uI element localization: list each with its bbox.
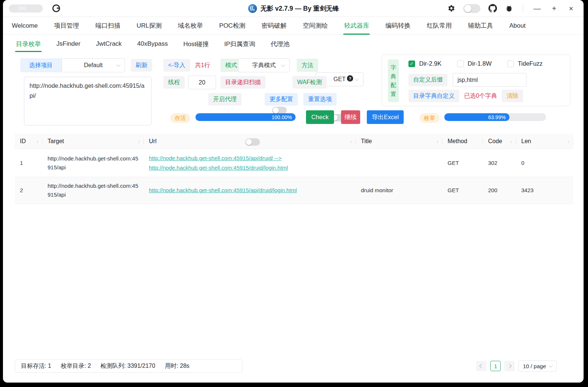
config-panel: 选择项目 Default 刷新 <-导入 共1行 模式 字典模式 方法 GET … bbox=[3, 53, 584, 132]
column-header-code[interactable]: Code bbox=[483, 134, 516, 149]
more-config-button[interactable]: 更多配置 bbox=[265, 93, 298, 106]
result-url-link[interactable]: http://node.hackhub.get-shell.com:45915/… bbox=[149, 186, 352, 195]
nav-tab-项目管理[interactable]: 项目管理 bbox=[46, 17, 87, 34]
checkbox-label: Dir-2.9K bbox=[419, 60, 442, 67]
sub-tab-Host碰撞[interactable]: Host碰撞 bbox=[175, 35, 216, 53]
recursive-scan-label: 目录递归扫描 bbox=[220, 76, 265, 89]
bug-report-icon[interactable] bbox=[505, 4, 513, 13]
sub-tab-代理池[interactable]: 代理池 bbox=[263, 35, 297, 53]
titlebar-progress-pill: 0% bbox=[9, 4, 43, 13]
results-table: IDTargetUrlTitleMethodCodeLen 1http://no… bbox=[15, 134, 573, 204]
column-label: Len bbox=[521, 138, 531, 145]
current-page-button[interactable]: 1 bbox=[490, 361, 501, 371]
column-header-len[interactable]: Len bbox=[516, 134, 573, 149]
sort-icon[interactable] bbox=[138, 138, 140, 144]
sub-tab-JwtCrack[interactable]: JwtCrack bbox=[88, 35, 129, 53]
next-page-button[interactable] bbox=[504, 361, 515, 371]
column-header-id[interactable]: ID bbox=[15, 134, 42, 149]
custom-suffix-label: 自定义后缀 bbox=[408, 74, 448, 86]
custom-dict-button[interactable]: 目录字典自定义 bbox=[408, 90, 459, 102]
column-header-target[interactable]: Target bbox=[42, 134, 144, 149]
status-segment: 用时: 28s bbox=[165, 362, 189, 370]
sort-icon[interactable] bbox=[510, 138, 513, 144]
nav-tab-Welcome[interactable]: Welcome bbox=[4, 17, 46, 34]
threads-input[interactable] bbox=[188, 76, 216, 89]
close-button[interactable]: × bbox=[567, 5, 575, 12]
cell-id: 1 bbox=[15, 154, 42, 172]
clear-dict-button[interactable]: 清除 bbox=[502, 90, 523, 102]
alive-badge: 存活 bbox=[170, 113, 190, 123]
target-input[interactable] bbox=[24, 77, 152, 125]
sub-tab-IP归属查询[interactable]: IP归属查询 bbox=[216, 35, 263, 53]
refresh-button[interactable]: 刷新 bbox=[131, 59, 152, 72]
suffix-input[interactable] bbox=[453, 73, 526, 87]
column-header-method[interactable]: Method bbox=[442, 134, 483, 149]
alive-progress-text: 100.00% bbox=[272, 114, 296, 120]
enum-progress-text: 63.99% bbox=[488, 114, 509, 120]
continue-button[interactable]: 继续 bbox=[341, 110, 360, 124]
nav-tab-URL探测[interactable]: URL探测 bbox=[129, 17, 170, 34]
sub-tab-目录枚举[interactable]: 目录枚举 bbox=[8, 35, 49, 53]
mode-select[interactable]: 字典模式 bbox=[238, 58, 290, 72]
reset-options-button[interactable]: 重置选项 bbox=[303, 93, 337, 106]
help-icon[interactable]: ? bbox=[347, 75, 353, 82]
nav-tab-编码转换[interactable]: 编码转换 bbox=[377, 17, 418, 34]
cell-method: GET bbox=[442, 154, 483, 172]
page-size-select[interactable]: 10 / page bbox=[518, 360, 557, 372]
result-url-link[interactable]: http://node.hackhub.get-shell.com:45915/… bbox=[149, 153, 352, 163]
nav-tab-About[interactable]: About bbox=[501, 17, 533, 34]
sub-tab-JsFinder[interactable]: JsFinder bbox=[49, 35, 88, 53]
sort-icon[interactable] bbox=[350, 138, 352, 144]
import-button[interactable]: <-导入 bbox=[163, 59, 190, 72]
column-header-title[interactable]: Title bbox=[356, 134, 442, 149]
cell-target: http://node.hackhub.get-shell.com:45915/… bbox=[42, 150, 144, 176]
main-nav: Welcome项目管理端口扫描URL探测域名枚举POC检测密码破解空间测绘轻武器… bbox=[3, 17, 584, 35]
table-row: 2http://node.hackhub.get-shell.com:45915… bbox=[15, 177, 573, 204]
dict-checkbox-Dir-2.9K[interactable]: Dir-2.9K bbox=[408, 60, 442, 67]
enum-progress-bar: 63.99% bbox=[444, 113, 546, 121]
minimize-button[interactable]: — bbox=[533, 5, 542, 12]
suffix-row: 自定义后缀 bbox=[408, 73, 526, 87]
alive-progress-bar: 100.00% bbox=[195, 113, 296, 121]
dict-checkbox-TideFuzz[interactable]: TideFuzz bbox=[507, 60, 543, 67]
app-title: 无影 v2.7.9 — By 重剑无锋 bbox=[261, 4, 339, 13]
checkbox-unchecked-icon[interactable] bbox=[507, 61, 514, 67]
nav-tab-空间测绘[interactable]: 空间测绘 bbox=[295, 17, 336, 34]
prev-page-button[interactable] bbox=[476, 361, 487, 371]
checkbox-checked-icon[interactable] bbox=[408, 61, 415, 67]
nav-tab-红队常用[interactable]: 红队常用 bbox=[418, 17, 460, 34]
nav-tab-密码破解[interactable]: 密码破解 bbox=[253, 17, 295, 34]
cell-title: druid monitor bbox=[356, 182, 442, 199]
nav-tab-轻武器库[interactable]: 轻武器库 bbox=[336, 17, 377, 34]
selected-dict-count: 已选0个字典 bbox=[464, 92, 497, 100]
dict-checkbox-Dir-1.8W[interactable]: Dir-1.8W bbox=[457, 60, 492, 67]
mode-select-value: 字典模式 bbox=[252, 62, 276, 69]
column-header-url[interactable]: Url bbox=[144, 134, 356, 149]
maximize-button[interactable]: + bbox=[550, 5, 559, 12]
settings-gear-icon[interactable] bbox=[448, 4, 455, 12]
g-icon[interactable] bbox=[52, 4, 60, 12]
checkbox-unchecked-icon[interactable] bbox=[457, 61, 464, 67]
threads-label: 线程 bbox=[163, 76, 185, 89]
sort-icon[interactable] bbox=[567, 138, 570, 144]
theme-toggle[interactable] bbox=[463, 4, 480, 13]
chevron-down-icon bbox=[549, 363, 553, 367]
nav-tab-域名枚举[interactable]: 域名枚举 bbox=[170, 17, 211, 34]
project-select-value: Default bbox=[84, 62, 103, 69]
project-select[interactable]: Default bbox=[62, 58, 125, 72]
github-icon[interactable] bbox=[488, 4, 497, 13]
titlebar-left: 0% bbox=[9, 4, 60, 13]
cell-len: 0 bbox=[516, 154, 573, 172]
nav-tab-POC检测[interactable]: POC检测 bbox=[211, 17, 254, 34]
check-button[interactable]: Check bbox=[306, 110, 334, 124]
export-excel-button[interactable]: 导出Excel bbox=[367, 110, 404, 124]
sub-tab-40xBypass[interactable]: 40xBypass bbox=[129, 35, 175, 53]
sort-icon[interactable] bbox=[436, 138, 439, 144]
dict-config-vertical-label: 字典配置 bbox=[388, 59, 399, 102]
sort-icon[interactable] bbox=[36, 138, 39, 144]
recursive-scan-toggle[interactable] bbox=[272, 107, 287, 114]
nav-tab-端口扫描[interactable]: 端口扫描 bbox=[87, 17, 129, 34]
result-url-link[interactable]: http://node.hackhub.get-shell.com:45915/… bbox=[149, 163, 352, 173]
pagination: 1 10 / page bbox=[476, 360, 557, 372]
nav-tab-辅助工具[interactable]: 辅助工具 bbox=[460, 17, 501, 34]
